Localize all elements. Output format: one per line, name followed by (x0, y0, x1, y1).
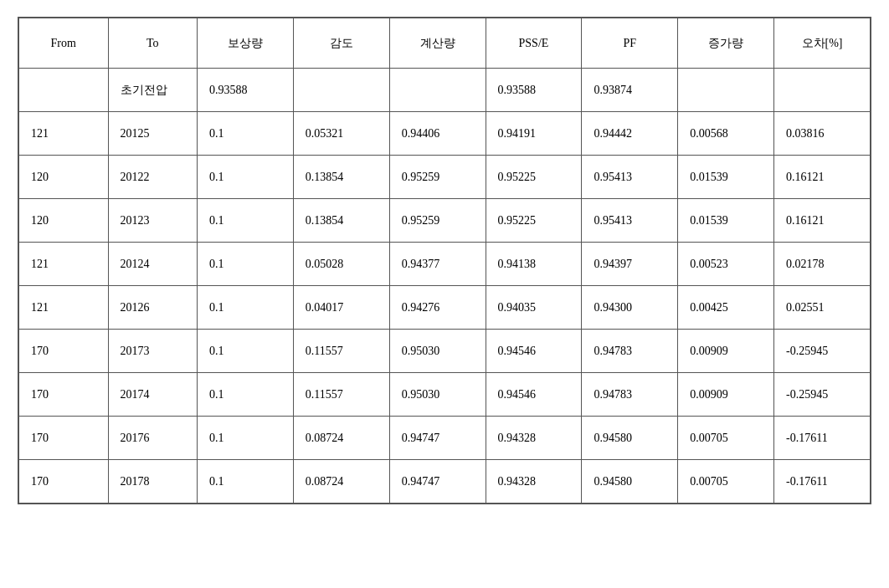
cell-to: 20173 (108, 330, 198, 373)
cell-error: -0.17611 (774, 460, 871, 504)
cell-psse: 0.94328 (486, 417, 582, 460)
cell-psse: 0.94035 (486, 286, 582, 330)
cell-psse: 0.94546 (486, 373, 582, 417)
cell-calculated: 0.94747 (389, 417, 486, 460)
cell-to: 20176 (108, 417, 198, 460)
cell-error: -0.25945 (774, 330, 871, 373)
cell-sensitivity: 0.05028 (293, 243, 389, 286)
cell-error: 0.16121 (774, 156, 871, 199)
cell-pf: 0.94580 (582, 417, 678, 460)
table-row: 121201240.10.050280.943770.941380.943970… (19, 243, 871, 286)
table-row: 120201220.10.138540.952590.952250.954130… (19, 156, 871, 199)
cell-sensitivity: 0.04017 (293, 286, 389, 330)
cell-sensitivity: 0.08724 (293, 417, 389, 460)
table-row: 170201740.10.115570.950300.945460.947830… (19, 373, 871, 417)
cell-pf: 0.93874 (582, 69, 678, 112)
cell-psse: 0.93588 (486, 69, 582, 112)
cell-calculated: 0.94747 (389, 460, 486, 504)
cell-to: 20124 (108, 243, 198, 286)
cell-compensation: 0.1 (198, 286, 294, 330)
cell-calculated: 0.95030 (389, 330, 486, 373)
table-row: 170201780.10.087240.947470.943280.945800… (19, 460, 871, 504)
cell-to: 20122 (108, 156, 198, 199)
cell-to: 20123 (108, 199, 198, 243)
header-psse: PSS/E (486, 18, 582, 69)
header-from: From (19, 18, 109, 69)
cell-sensitivity: 0.13854 (293, 156, 389, 199)
cell-increase (678, 69, 774, 112)
cell-increase: 0.00705 (678, 460, 774, 504)
cell-calculated: 0.94276 (389, 286, 486, 330)
cell-pf: 0.94783 (582, 330, 678, 373)
cell-pf: 0.94397 (582, 243, 678, 286)
header-to: To (108, 18, 198, 69)
table-row: 170201730.10.115570.950300.945460.947830… (19, 330, 871, 373)
cell-to: 초기전압 (108, 69, 198, 112)
header-row: From To 보상량 감도 계산량 PSS/E PF 증가량 오차[%] (19, 18, 871, 69)
cell-increase: 0.01539 (678, 156, 774, 199)
cell-from: 120 (19, 199, 109, 243)
cell-from: 170 (19, 417, 109, 460)
cell-psse: 0.94328 (486, 460, 582, 504)
cell-from: 170 (19, 460, 109, 504)
cell-psse: 0.95225 (486, 199, 582, 243)
cell-from: 121 (19, 286, 109, 330)
table-row: 121201250.10.053210.944060.941910.944420… (19, 112, 871, 156)
cell-error (774, 69, 871, 112)
cell-pf: 0.94442 (582, 112, 678, 156)
cell-error: 0.02178 (774, 243, 871, 286)
header-pf: PF (582, 18, 678, 69)
header-error: 오차[%] (774, 18, 871, 69)
cell-pf: 0.94300 (582, 286, 678, 330)
cell-increase: 0.00705 (678, 417, 774, 460)
cell-increase: 0.00909 (678, 330, 774, 373)
cell-error: -0.25945 (774, 373, 871, 417)
cell-pf: 0.94580 (582, 460, 678, 504)
cell-compensation: 0.1 (198, 112, 294, 156)
cell-error: -0.17611 (774, 417, 871, 460)
cell-psse: 0.94138 (486, 243, 582, 286)
cell-compensation: 0.1 (198, 330, 294, 373)
cell-increase: 0.00909 (678, 373, 774, 417)
cell-psse: 0.95225 (486, 156, 582, 199)
cell-calculated: 0.95259 (389, 199, 486, 243)
cell-psse: 0.94191 (486, 112, 582, 156)
table-row: 121201260.10.040170.942760.940350.943000… (19, 286, 871, 330)
cell-sensitivity: 0.13854 (293, 199, 389, 243)
cell-sensitivity (293, 69, 389, 112)
cell-increase: 0.00425 (678, 286, 774, 330)
cell-increase: 0.00568 (678, 112, 774, 156)
table-row: 초기전압0.935880.935880.93874 (19, 69, 871, 112)
header-sensitivity: 감도 (293, 18, 389, 69)
cell-from: 121 (19, 112, 109, 156)
cell-calculated: 0.94377 (389, 243, 486, 286)
cell-to: 20178 (108, 460, 198, 504)
cell-pf: 0.95413 (582, 156, 678, 199)
cell-error: 0.16121 (774, 199, 871, 243)
cell-sensitivity: 0.11557 (293, 373, 389, 417)
cell-calculated: 0.95030 (389, 373, 486, 417)
cell-compensation: 0.1 (198, 243, 294, 286)
cell-from (19, 69, 109, 112)
cell-compensation: 0.1 (198, 156, 294, 199)
cell-increase: 0.01539 (678, 199, 774, 243)
cell-psse: 0.94546 (486, 330, 582, 373)
cell-error: 0.02551 (774, 286, 871, 330)
cell-compensation: 0.1 (198, 199, 294, 243)
data-table: From To 보상량 감도 계산량 PSS/E PF 증가량 오차[%] 초기… (18, 17, 871, 504)
header-calculated: 계산량 (389, 18, 486, 69)
cell-calculated (389, 69, 486, 112)
header-increase: 증가량 (678, 18, 774, 69)
header-compensation: 보상량 (198, 18, 294, 69)
cell-from: 120 (19, 156, 109, 199)
cell-from: 170 (19, 373, 109, 417)
table-row: 170201760.10.087240.947470.943280.945800… (19, 417, 871, 460)
table-row: 120201230.10.138540.952590.952250.954130… (19, 199, 871, 243)
cell-sensitivity: 0.05321 (293, 112, 389, 156)
cell-to: 20174 (108, 373, 198, 417)
cell-compensation: 0.1 (198, 460, 294, 504)
cell-compensation: 0.1 (198, 373, 294, 417)
cell-increase: 0.00523 (678, 243, 774, 286)
cell-sensitivity: 0.11557 (293, 330, 389, 373)
cell-pf: 0.95413 (582, 199, 678, 243)
